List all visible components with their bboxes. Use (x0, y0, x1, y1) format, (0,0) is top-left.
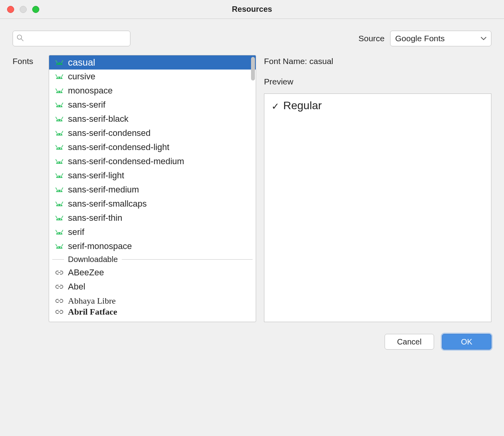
svg-line-23 (62, 131, 63, 133)
zoom-window-button[interactable] (32, 6, 39, 13)
font-list-item[interactable]: sans-serif-black (49, 112, 256, 126)
svg-point-0 (17, 35, 22, 39)
svg-point-17 (60, 106, 61, 106)
cancel-button[interactable]: Cancel (385, 334, 434, 350)
font-list-item[interactable]: serif (49, 225, 256, 239)
svg-point-29 (60, 148, 61, 149)
svg-line-47 (62, 216, 63, 218)
svg-line-26 (56, 145, 57, 147)
svg-line-18 (56, 117, 57, 119)
close-window-button[interactable] (7, 6, 14, 13)
android-icon (55, 73, 64, 81)
font-list-item[interactable]: cursive (49, 70, 256, 84)
font-name-text: sans-serif-black (68, 114, 128, 124)
font-list-item[interactable]: Abhaya Libre (49, 294, 256, 308)
font-list[interactable]: casual cursive monospace sans-serif sans (49, 55, 256, 322)
link-icon (55, 308, 64, 316)
svg-point-56 (58, 247, 59, 248)
svg-line-7 (62, 75, 63, 77)
svg-point-8 (58, 77, 59, 78)
android-icon (55, 143, 64, 151)
font-list-item[interactable]: sans-serif-condensed-light (49, 140, 256, 154)
search-input-wrapper[interactable] (13, 31, 130, 46)
scrollbar-thumb[interactable] (251, 57, 255, 81)
svg-point-45 (60, 205, 61, 205)
font-list-item[interactable]: sans-serif-smallcaps (49, 197, 256, 211)
preview-style-text[interactable]: Regular (283, 99, 322, 112)
font-list-item[interactable]: Abril Fatface (49, 308, 256, 316)
titlebar: Resources (0, 0, 504, 19)
font-name-text: serif-monospace (68, 241, 132, 251)
svg-point-53 (60, 233, 61, 234)
search-input[interactable] (24, 35, 127, 43)
android-icon (55, 200, 64, 208)
font-list-item[interactable]: monospace (49, 84, 256, 98)
font-list-item[interactable]: sans-serif-condensed (49, 126, 256, 140)
font-name-text: sans-serif-thin (68, 213, 122, 223)
svg-point-41 (60, 191, 61, 191)
svg-point-21 (60, 120, 61, 121)
svg-point-44 (58, 205, 59, 205)
svg-line-27 (62, 145, 63, 147)
android-icon (55, 242, 64, 250)
font-list-item[interactable]: Abel (49, 280, 256, 294)
svg-line-14 (56, 103, 57, 105)
android-icon (55, 101, 64, 109)
font-name-text: sans-serif-smallcaps (68, 199, 147, 209)
checkmark-icon: ✓ (271, 99, 279, 111)
font-list-item[interactable]: sans-serif-thin (49, 211, 256, 225)
svg-point-9 (60, 77, 61, 78)
font-name-text: sans-serif (68, 100, 105, 110)
svg-line-1 (21, 39, 23, 41)
android-icon (55, 115, 64, 123)
svg-line-10 (56, 89, 57, 91)
svg-point-40 (58, 191, 59, 191)
svg-line-46 (56, 216, 57, 218)
window-title: Resources (0, 5, 504, 14)
svg-point-52 (58, 233, 59, 234)
svg-point-32 (58, 162, 59, 163)
svg-line-55 (62, 244, 63, 246)
minimize-window-button[interactable] (20, 6, 27, 13)
svg-point-16 (58, 106, 59, 106)
source-select-value: Google Fonts (395, 34, 445, 43)
font-name-text: monospace (68, 86, 113, 96)
android-icon (55, 172, 64, 180)
section-header-label: Downloadable (68, 255, 118, 264)
font-list-item[interactable]: sans-serif (49, 98, 256, 112)
font-name-label: Font Name: (264, 57, 307, 66)
ok-button[interactable]: OK (442, 334, 491, 350)
source-select[interactable]: Google Fonts (390, 31, 491, 46)
font-name-text: sans-serif-medium (68, 185, 139, 195)
font-list-item[interactable]: serif-monospace (49, 239, 256, 253)
svg-point-12 (58, 92, 59, 92)
android-icon (55, 214, 64, 222)
svg-point-28 (58, 148, 59, 149)
link-icon (55, 283, 64, 291)
svg-line-31 (62, 159, 63, 161)
android-icon (55, 186, 64, 194)
svg-line-19 (62, 117, 63, 119)
svg-point-24 (58, 134, 59, 135)
svg-point-5 (60, 63, 61, 64)
font-name-row: Font Name: casual (264, 57, 491, 66)
font-list-item[interactable]: sans-serif-light (49, 169, 256, 183)
svg-line-38 (56, 188, 57, 190)
android-icon (55, 129, 64, 137)
svg-line-3 (62, 60, 63, 62)
font-list-item[interactable]: ABeeZee (49, 266, 256, 280)
font-name-text: sans-serif-light (68, 170, 124, 181)
font-list-item[interactable]: sans-serif-medium (49, 183, 256, 197)
svg-line-11 (62, 89, 63, 91)
font-name-text: Abril Fatface (68, 308, 117, 316)
svg-point-37 (60, 176, 61, 177)
svg-line-43 (62, 202, 63, 204)
svg-point-48 (58, 219, 59, 220)
traffic-lights (0, 6, 39, 13)
fonts-category-label: Fonts (13, 55, 41, 322)
svg-line-39 (62, 188, 63, 190)
svg-point-13 (60, 92, 61, 92)
font-list-item[interactable]: sans-serif-condensed-medium (49, 154, 256, 169)
svg-point-57 (60, 247, 61, 248)
font-list-item[interactable]: casual (49, 55, 256, 70)
